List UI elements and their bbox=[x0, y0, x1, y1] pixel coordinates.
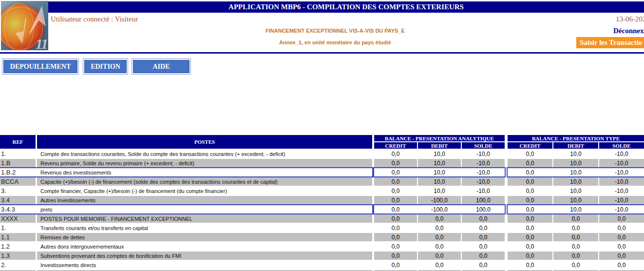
poste-cell: Remises de dettes bbox=[37, 233, 372, 241]
report-title: FINANCEMENT EXCEPTIONNEL VIS-A-VIS DU PA… bbox=[265, 28, 405, 34]
poste-cell: Compte financier, Capacite (+)/besoin (-… bbox=[37, 187, 372, 195]
table-row[interactable]: 1.BRevenu primaire, Solde du revenu prim… bbox=[0, 159, 644, 167]
menu-button-depouillement[interactable]: DEPOUILLEMENT bbox=[2, 58, 79, 75]
analytique-debit-cell: 10,0 bbox=[418, 150, 461, 158]
type-credit-cell: 0,0 bbox=[508, 168, 552, 176]
analytique-credit-cell: 0,0 bbox=[374, 177, 417, 186]
table-row[interactable]: 1.1Remises de dettes0,00,00,00,00,00,0 bbox=[0, 233, 644, 241]
type-debit-cell: 0,0 bbox=[553, 242, 598, 251]
analytique-credit-cell: 0,0 bbox=[374, 205, 417, 213]
type-credit-cell: 0,0 bbox=[508, 233, 552, 241]
type-solde-cell: -10,0 bbox=[599, 159, 644, 167]
analytique-credit-cell: 0,0 bbox=[374, 196, 417, 204]
poste-cell: prets bbox=[37, 205, 372, 213]
type-debit-cell: 10,0 bbox=[553, 159, 598, 167]
analytique-debit-cell: 0,0 bbox=[418, 252, 461, 260]
analytique-debit-cell: 0,0 bbox=[418, 233, 461, 241]
analytique-debit-cell: 10,0 bbox=[418, 168, 461, 176]
ref-cell: 1. bbox=[0, 224, 36, 232]
type-solde-cell: -10,0 bbox=[599, 187, 644, 195]
ref-cell: 1. bbox=[0, 150, 36, 158]
analytique-solde-cell: -10,0 bbox=[462, 168, 505, 176]
poste-cell: Autres dons intergouvernementaux bbox=[37, 242, 372, 251]
poste-cell: Revenus des investissements bbox=[37, 168, 372, 176]
analytique-credit-cell: 0,0 bbox=[374, 233, 417, 241]
poste-cell: Autres investissements bbox=[37, 196, 372, 204]
analytique-credit-cell: 0,0 bbox=[374, 159, 417, 167]
type-solde-cell: 0,0 bbox=[599, 214, 644, 223]
type-solde-cell: 0,0 bbox=[599, 242, 644, 251]
ref-cell: 1.B.2 bbox=[0, 168, 36, 176]
type-debit-cell: 0,0 bbox=[553, 224, 598, 232]
analytique-solde-cell: 100,0 bbox=[462, 196, 505, 204]
table-row[interactable]: 3.Compte financier, Capacite (+)/besoin … bbox=[0, 187, 644, 195]
type-solde-cell: 0,0 bbox=[599, 224, 644, 232]
type-debit-cell: 10,0 bbox=[553, 205, 598, 213]
type-solde-cell: -10,0 bbox=[599, 196, 644, 204]
poste-cell: Transferts courants et/ou transferts en … bbox=[37, 224, 372, 232]
analytique-credit-cell: 0,0 bbox=[374, 224, 417, 232]
type-debit-cell: 10,0 bbox=[553, 187, 598, 195]
ref-cell: BCCA bbox=[0, 177, 36, 186]
type-debit-cell: 0,0 bbox=[553, 214, 598, 223]
table-row[interactable]: 3.4.3prets0,0-100,0100,00,010,0-10,0 bbox=[0, 205, 644, 213]
analytique-solde-cell: 0,0 bbox=[462, 252, 505, 260]
ref-cell: 2. bbox=[0, 261, 36, 269]
table-row[interactable]: 1.3Subventions provenant des comptes de … bbox=[0, 252, 644, 260]
analytique-credit-cell: 0,0 bbox=[374, 214, 417, 223]
page-title: APPLICATION MBP6 - COMPILATION DES COMPT… bbox=[48, 1, 644, 13]
type-debit-cell: 0,0 bbox=[553, 261, 598, 269]
type-solde-cell: -10,0 bbox=[599, 168, 644, 176]
type-debit-cell: 0,0 bbox=[553, 252, 598, 260]
table-row[interactable]: BCCACapacite (+)/besoin (-) de financeme… bbox=[0, 177, 644, 186]
menu-button-label: DEPOUILLEMENT bbox=[3, 60, 77, 73]
type-credit-cell: 0,0 bbox=[508, 159, 552, 167]
menu-button-aide[interactable]: AIDE bbox=[132, 58, 191, 75]
type-credit-cell: 0,0 bbox=[508, 261, 552, 269]
column-header-credit: CREDIT bbox=[508, 142, 552, 149]
ref-cell: 3.4.3 bbox=[0, 205, 36, 213]
type-credit-cell: 0,0 bbox=[508, 242, 552, 251]
type-debit-cell: 10,0 bbox=[553, 168, 598, 176]
table-row[interactable]: 3.4Autres investissements0,0-100,0100,00… bbox=[0, 196, 644, 204]
analytique-credit-cell: 0,0 bbox=[374, 242, 417, 251]
menu-button-label: AIDE bbox=[133, 60, 189, 73]
column-header-postes: POSTES bbox=[37, 135, 372, 149]
analytique-credit-cell: 0,0 bbox=[374, 261, 417, 269]
analytique-debit-cell: 10,0 bbox=[418, 177, 461, 186]
table-row[interactable]: 2.Investissements directs0,00,00,00,00,0… bbox=[0, 261, 644, 269]
column-header-ref: REF bbox=[0, 135, 36, 149]
analytique-solde-cell: 0,0 bbox=[462, 233, 505, 241]
poste-cell: Capacite (+)/besoin (-) de financement (… bbox=[37, 177, 372, 186]
analytique-solde-cell: 0,0 bbox=[462, 261, 505, 269]
ref-cell: 3. bbox=[0, 187, 36, 195]
enter-transactions-button[interactable]: Saisir les Transactio bbox=[576, 37, 644, 48]
analytique-debit-cell: -100,0 bbox=[418, 196, 461, 204]
type-credit-cell: 0,0 bbox=[508, 187, 552, 195]
logout-link[interactable]: Déconnex bbox=[613, 27, 644, 35]
type-credit-cell: 0,0 bbox=[508, 224, 552, 232]
analytique-solde-cell: 0,0 bbox=[462, 214, 505, 223]
type-solde-cell: 0,0 bbox=[599, 252, 644, 260]
column-header-debit: DEBIT bbox=[418, 142, 461, 149]
table-row[interactable]: 1.Transferts courants et/ou transferts e… bbox=[0, 224, 644, 232]
poste-cell: POSTES POUR MEMOIRE - FINANCEMENT EXCEPT… bbox=[37, 214, 372, 223]
column-header-solde: SOLDE bbox=[599, 142, 644, 149]
table-row[interactable]: 1.2Autres dons intergouvernementaux0,00,… bbox=[0, 242, 644, 251]
type-credit-cell: 0,0 bbox=[508, 252, 552, 260]
column-header-solde: SOLDE bbox=[462, 142, 505, 149]
type-credit-cell: 0,0 bbox=[508, 205, 552, 213]
analytique-debit-cell: 0,0 bbox=[418, 214, 461, 223]
analytique-debit-cell: 10,0 bbox=[418, 187, 461, 195]
table-row[interactable]: XXXXPOSTES POUR MEMOIRE - FINANCEMENT EX… bbox=[0, 214, 644, 223]
table-row[interactable]: 1.B.2Revenus des investissements0,010,0-… bbox=[0, 168, 644, 176]
type-debit-cell: 0,0 bbox=[553, 233, 598, 241]
table-row[interactable]: 1.Compte des transactions courantes, Sol… bbox=[0, 150, 644, 158]
poste-cell: Compte des transactions courantes, Solde… bbox=[37, 150, 372, 158]
analytique-credit-cell: 0,0 bbox=[374, 252, 417, 260]
ref-cell: XXXX bbox=[0, 214, 36, 223]
type-credit-cell: 0,0 bbox=[508, 196, 552, 204]
menu-button-edition[interactable]: EDITION bbox=[83, 58, 128, 75]
type-solde-cell: 0,0 bbox=[599, 233, 644, 241]
analytique-solde-cell: 0,0 bbox=[462, 242, 505, 251]
